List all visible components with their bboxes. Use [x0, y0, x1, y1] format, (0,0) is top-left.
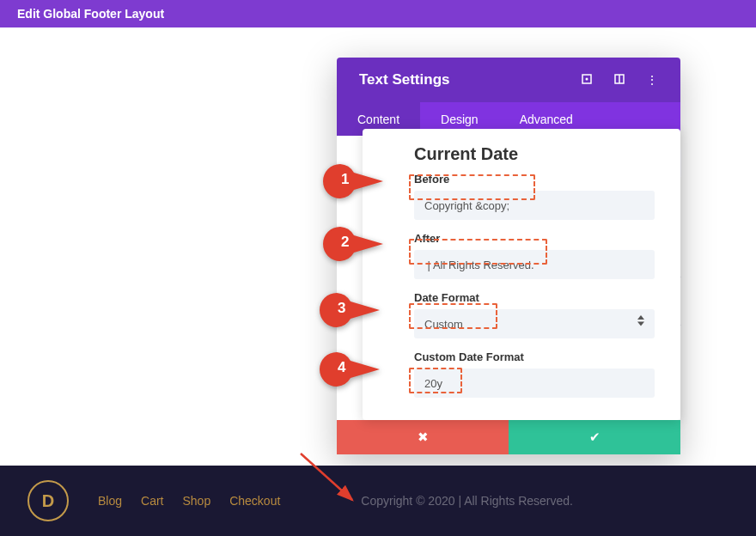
- nav-shop[interactable]: Shop: [182, 494, 210, 508]
- text-settings-modal: ter ⋮ Text Settings ⋮ Content Design Adv…: [337, 58, 680, 454]
- callout-2: 2: [323, 227, 383, 261]
- input-custom-format[interactable]: [414, 368, 655, 398]
- modal-footer: ✖ ✔: [337, 420, 680, 454]
- footer: D Blog Cart Shop Checkout Copyright © 20…: [0, 466, 756, 536]
- label-custom-format: Custom Date Format: [414, 350, 655, 363]
- svg-point-1: [586, 77, 588, 80]
- select-date-format[interactable]: [414, 309, 655, 338]
- modal-body: Current Date Before After Date Format: [363, 129, 680, 420]
- input-before[interactable]: [414, 191, 655, 220]
- callout-4-num: 4: [338, 359, 345, 376]
- close-icon: ✖: [418, 429, 429, 445]
- svg-line-4: [301, 454, 352, 500]
- callout-1: 1: [323, 164, 383, 198]
- callout-4: 4: [320, 352, 380, 387]
- canvas-area: ter ⋮ Text Settings ⋮ Content Design Adv…: [0, 27, 756, 466]
- check-icon: ✔: [589, 429, 601, 445]
- modal-title: Text Settings: [359, 71, 581, 88]
- top-bar-title: Edit Global Footer Layout: [17, 7, 164, 21]
- input-after[interactable]: [414, 250, 655, 279]
- nav-blog[interactable]: Blog: [98, 494, 122, 508]
- columns-icon[interactable]: [613, 73, 625, 88]
- callout-3-num: 3: [338, 300, 345, 317]
- expand-icon[interactable]: [581, 73, 593, 88]
- more-icon[interactable]: ⋮: [646, 73, 658, 87]
- label-before: Before: [414, 173, 655, 186]
- cancel-button[interactable]: ✖: [337, 420, 509, 454]
- nav-cart[interactable]: Cart: [141, 494, 163, 508]
- footer-copyright: Copyright © 2020 | All Rights Reserved.: [361, 494, 573, 508]
- label-after: After: [414, 232, 655, 245]
- field-date-format: Date Format: [414, 291, 655, 338]
- field-custom-format: Custom Date Format: [414, 350, 655, 398]
- logo-letter: D: [42, 491, 54, 511]
- callout-1-num: 1: [341, 171, 349, 188]
- arrow-icon: [297, 450, 366, 510]
- section-title: Current Date: [414, 144, 655, 164]
- modal-header: Text Settings ⋮: [337, 58, 680, 102]
- callout-3: 3: [320, 293, 380, 327]
- field-before: Before: [414, 173, 655, 220]
- field-after: After: [414, 232, 655, 279]
- label-date-format: Date Format: [414, 291, 655, 304]
- callout-2-num: 2: [341, 234, 349, 251]
- footer-logo: D: [27, 480, 69, 521]
- nav-checkout[interactable]: Checkout: [229, 494, 280, 508]
- save-button[interactable]: ✔: [509, 420, 680, 454]
- top-bar: Edit Global Footer Layout: [0, 0, 756, 27]
- footer-nav: Blog Cart Shop Checkout: [98, 494, 280, 508]
